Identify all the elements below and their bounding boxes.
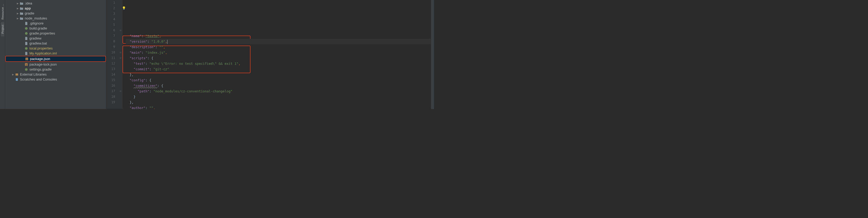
json-icon: {}: [25, 57, 29, 61]
code-line[interactable]: "description": "",: [126, 44, 431, 50]
fold-spacer: [119, 0, 122, 5]
line-number: 4: [106, 17, 115, 22]
tree-label: package.json: [30, 57, 50, 61]
fold-spacer: [119, 33, 122, 39]
tree-label: gradlew.bat: [29, 41, 47, 45]
project-tree[interactable]: ▶.idea▶app▶gradle▶node_modules.gitignore…: [5, 0, 106, 82]
code-line[interactable]: "path": "node_modules/cz-conventional-ch…: [126, 88, 431, 94]
folder-icon: [20, 11, 24, 16]
scratch-icon: [15, 77, 19, 82]
tree-row-external-libraries[interactable]: ▶External Libraries: [5, 72, 106, 77]
tree-label: My Application.iml: [29, 51, 57, 55]
code-line[interactable]: },: [126, 72, 431, 77]
fold-toggle-icon[interactable]: ⊟: [119, 28, 122, 33]
svg-point-1: [25, 32, 28, 35]
tree-row-settings-gradle[interactable]: settings.gradle: [5, 67, 106, 72]
tree-row--idea[interactable]: ▶.idea: [5, 1, 106, 6]
fold-toggle-icon[interactable]: ⊟: [119, 88, 122, 94]
toolwindow-stripe: Resource ... Project: [0, 0, 5, 109]
project-panel: ▶.idea▶app▶gradle▶node_modules.gitignore…: [5, 0, 106, 109]
folder-icon: [20, 16, 24, 21]
tree-arrow-icon[interactable]: ▶: [16, 2, 20, 5]
file-icon: [24, 36, 28, 40]
fold-spacer: [119, 39, 122, 44]
line-number: 5: [106, 22, 115, 28]
line-number: 3: [106, 11, 115, 17]
tree-label: .idea: [25, 1, 32, 5]
gradle-icon: [24, 46, 28, 51]
line-number: 12: [106, 61, 115, 66]
code-line[interactable]: "commitizen": {: [126, 83, 431, 88]
tree-label: gradle: [25, 11, 34, 15]
tree-row-scratches-and-consoles[interactable]: Scratches and Consoles: [5, 77, 106, 82]
fold-spacer: [119, 77, 122, 83]
file-icon: [24, 21, 28, 26]
tree-row-gradle[interactable]: ▶gradle: [5, 11, 106, 16]
line-number: 8: [106, 39, 115, 44]
fold-spacer: [119, 61, 122, 66]
tree-row-package-json[interactable]: {}package.json: [5, 56, 106, 62]
tree-label: settings.gradle: [29, 67, 52, 71]
svg-point-0: [25, 27, 28, 30]
marker-stripe: [431, 0, 434, 109]
tree-row-gradlew-bat[interactable]: gradlew.bat: [5, 41, 106, 46]
fold-gutter[interactable]: ⊟⊟⊟⊟: [119, 0, 123, 109]
tree-row-gradle-properties[interactable]: gradle.properties: [5, 31, 106, 36]
fold-toggle-icon[interactable]: ⊟: [119, 50, 122, 55]
svg-rect-8: [16, 74, 18, 76]
line-number: 19: [106, 100, 115, 105]
line-number: 7: [106, 33, 115, 39]
svg-text:{}: {}: [26, 58, 28, 60]
code-line[interactable]: "main": "index.js",: [126, 50, 431, 55]
tree-row-build-gradle[interactable]: build.gradle: [5, 26, 106, 31]
code-line[interactable]: "version": "1.0.0",: [126, 39, 431, 44]
tree-label: package-lock.json: [29, 62, 57, 66]
tree-label: build.gradle: [29, 26, 47, 30]
line-number: 2: [106, 5, 115, 11]
tree-label: node_modules: [25, 16, 47, 20]
code-line[interactable]: "test": "echo \"Error: no test specified…: [126, 61, 431, 66]
code-line[interactable]: "config": {: [126, 77, 431, 83]
tree-row-app[interactable]: ▶app: [5, 6, 106, 11]
tree-row-local-properties[interactable]: local.properties: [5, 46, 106, 51]
line-number: 10: [106, 50, 115, 55]
line-number: 1: [106, 0, 115, 5]
line-number: 9: [106, 44, 115, 50]
tree-row-gradlew[interactable]: gradlew: [5, 36, 106, 41]
svg-text:{}: {}: [26, 64, 27, 66]
tree-label: app: [25, 6, 31, 10]
code-line[interactable]: "name": "testp",: [126, 33, 431, 39]
line-number-gutter: 12345678910111213141516171819: [106, 0, 119, 109]
toolwindow-project[interactable]: Project: [1, 22, 4, 36]
tree-label: gradlew: [29, 36, 41, 40]
folder-icon: [20, 6, 24, 10]
fold-toggle-icon[interactable]: ⊟: [119, 55, 122, 61]
toolwindow-resource[interactable]: Resource ...: [1, 1, 4, 22]
code-line[interactable]: "commit": "git-cz": [126, 66, 431, 72]
fold-spacer: [119, 44, 122, 50]
code-editor[interactable]: 12345678910111213141516171819 ⊟⊟⊟⊟ 💡 "na…: [106, 0, 434, 109]
gradle-icon: [24, 26, 28, 31]
gradle-icon: [24, 31, 28, 35]
tree-row-package-lock-json[interactable]: {}package-lock.json: [5, 62, 106, 67]
tree-arrow-icon[interactable]: ▶: [16, 7, 20, 10]
tree-row-my-application-iml[interactable]: My Application.iml: [5, 51, 106, 56]
intention-bulb-icon[interactable]: 💡: [122, 5, 126, 11]
tree-arrow-icon[interactable]: ▶: [16, 12, 20, 15]
tree-row-node-modules[interactable]: ▶node_modules: [5, 16, 106, 21]
line-number: 13: [106, 66, 115, 72]
code-content[interactable]: 💡 "name": "testp", "version": "1.0.0", "…: [123, 0, 431, 109]
tree-label: local.properties: [29, 46, 53, 50]
code-line[interactable]: [126, 28, 431, 33]
fold-spacer: [119, 17, 122, 22]
svg-rect-9: [16, 78, 18, 81]
tree-row--gitignore[interactable]: .gitignore: [5, 21, 106, 26]
code-line[interactable]: "author": "",: [126, 105, 431, 109]
fold-spacer: [119, 11, 122, 17]
json-icon: {}: [24, 62, 28, 66]
tree-arrow-icon[interactable]: ▶: [11, 73, 15, 76]
code-line[interactable]: }: [126, 94, 431, 100]
code-line[interactable]: "scripts": {: [126, 55, 431, 61]
code-line[interactable]: },: [126, 100, 431, 105]
tree-arrow-icon[interactable]: ▶: [16, 17, 20, 20]
